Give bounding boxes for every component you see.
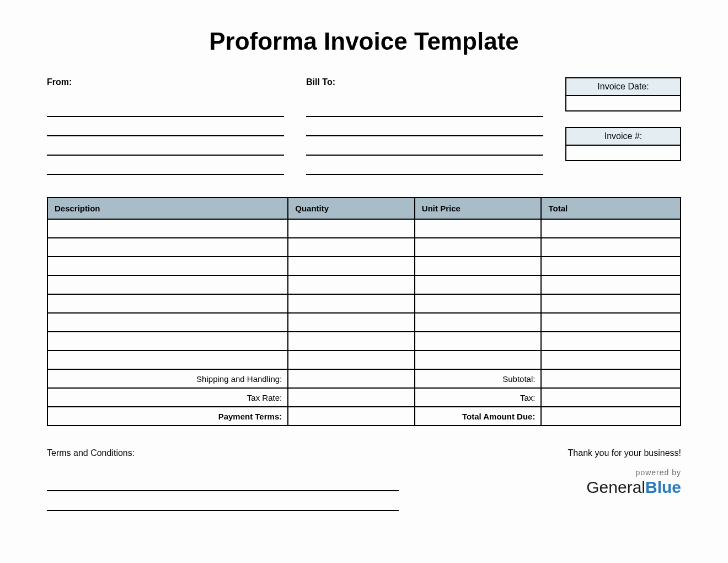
cell-unit_price[interactable] [415,332,542,350]
terms-block: Terms and Conditions: [47,448,399,513]
header-description: Description [47,198,288,219]
cell-total[interactable] [541,275,681,294]
invoice-date-value[interactable] [566,96,680,110]
total-due-value[interactable] [541,407,681,426]
cell-description[interactable] [47,332,288,350]
cell-quantity[interactable] [288,350,415,369]
header-total: Total [541,198,681,219]
bill-to-line[interactable] [306,139,543,156]
tax-value[interactable] [541,388,681,407]
cell-unit_price[interactable] [415,238,542,257]
table-row [47,313,681,332]
from-line[interactable] [47,120,284,136]
payment-terms-label: Payment Terms: [47,407,288,426]
cell-quantity[interactable] [288,294,415,313]
invoice-date-label: Invoice Date: [566,78,680,96]
page-title: Proforma Invoice Template [47,28,681,55]
cell-description[interactable] [47,257,288,275]
thanks-block: Thank you for your business! powered by … [421,448,681,513]
cell-total[interactable] [541,332,681,350]
cell-description[interactable] [47,275,288,294]
cell-quantity[interactable] [288,257,415,275]
cell-total[interactable] [541,219,681,238]
terms-line[interactable] [47,493,399,511]
cell-description[interactable] [47,350,288,369]
cell-total[interactable] [541,350,681,369]
subtotal-label: Subtotal: [415,369,542,388]
cell-quantity[interactable] [288,313,415,332]
table-row [47,219,681,238]
table-row [47,294,681,313]
from-line[interactable] [47,100,284,117]
cell-quantity[interactable] [288,332,415,350]
brand-logo: GeneralBlue [421,478,681,497]
cell-quantity[interactable] [288,219,415,238]
invoice-meta: Invoice Date: Invoice #: [565,77,681,178]
cell-unit_price[interactable] [415,219,542,238]
cell-quantity[interactable] [288,238,415,257]
summary-row: Shipping and Handling: Subtotal: [47,369,681,388]
cell-unit_price[interactable] [415,350,542,369]
taxrate-value[interactable] [288,388,415,407]
table-header-row: Description Quantity Unit Price Total [47,198,681,219]
cell-description[interactable] [47,219,288,238]
bill-to-block: Bill To: [306,77,543,178]
from-label: From: [47,77,284,87]
tax-label: Tax: [415,388,542,407]
from-line[interactable] [47,139,284,156]
bill-to-line[interactable] [306,100,543,117]
invoice-number-value[interactable] [566,146,680,160]
table-row [47,332,681,350]
shipping-value[interactable] [288,369,415,388]
invoice-number-box: Invoice #: [565,127,681,161]
subtotal-value[interactable] [541,369,681,388]
cell-total[interactable] [541,294,681,313]
invoice-date-box: Invoice Date: [565,77,681,111]
header-section: From: Bill To: Invoice Date: Invoice #: [47,77,681,178]
cell-total[interactable] [541,313,681,332]
header-unit-price: Unit Price [415,198,542,219]
bill-to-line[interactable] [306,158,543,175]
summary-row: Tax Rate: Tax: [47,388,681,407]
terms-label: Terms and Conditions: [47,448,399,458]
bill-to-line[interactable] [306,120,543,136]
from-line[interactable] [47,158,284,175]
bill-to-label: Bill To: [306,77,543,87]
cell-unit_price[interactable] [415,313,542,332]
shipping-label: Shipping and Handling: [47,369,288,388]
cell-unit_price[interactable] [415,294,542,313]
payment-terms-value[interactable] [288,407,415,426]
footer-section: Terms and Conditions: Thank you for your… [47,448,681,513]
table-row [47,257,681,275]
summary-row: Payment Terms: Total Amount Due: [47,407,681,426]
brand-blue: Blue [645,478,681,496]
from-block: From: [47,77,284,178]
cell-description[interactable] [47,238,288,257]
invoice-number-label: Invoice #: [566,128,680,146]
terms-line[interactable] [47,474,399,491]
cell-description[interactable] [47,313,288,332]
cell-quantity[interactable] [288,275,415,294]
table-row [47,350,681,369]
total-due-label: Total Amount Due: [415,407,542,426]
header-quantity: Quantity [288,198,415,219]
cell-unit_price[interactable] [415,275,542,294]
cell-total[interactable] [541,257,681,275]
cell-unit_price[interactable] [415,257,542,275]
cell-description[interactable] [47,294,288,313]
taxrate-label: Tax Rate: [47,388,288,407]
items-table: Description Quantity Unit Price Total Sh… [47,197,681,426]
cell-total[interactable] [541,238,681,257]
thanks-message: Thank you for your business! [421,448,681,458]
powered-by-label: powered by [421,468,681,477]
table-row [47,238,681,257]
table-row [47,275,681,294]
brand-general: General [586,478,645,496]
